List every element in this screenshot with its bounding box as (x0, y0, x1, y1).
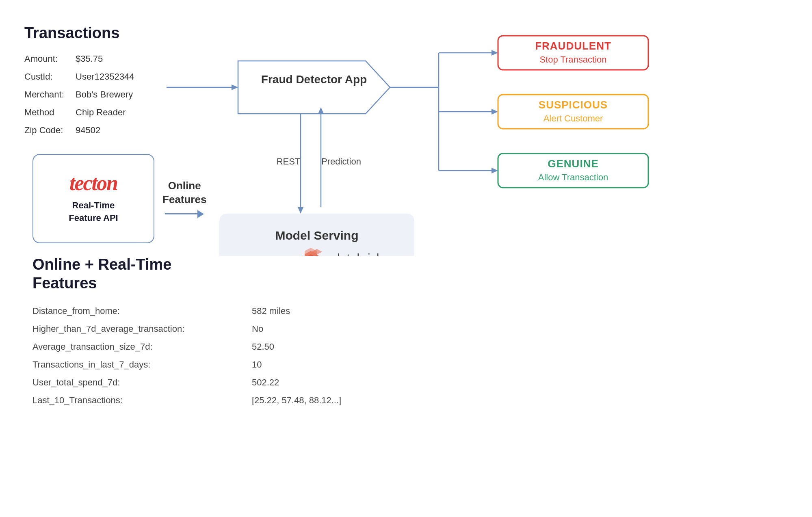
online-features-label: OnlineFeatures (162, 179, 206, 207)
suspicious-subtitle: Alert Customer (543, 113, 603, 123)
suspicious-title: SUSPICIOUS (539, 99, 608, 111)
bottom-flow-row: tecton Real-TimeFeature API OnlineFeatur… (24, 154, 788, 243)
feat-higher: Higher_than_7d_average_transaction: No (32, 320, 788, 338)
feat-spend: User_total_spend_7d: 502.22 (32, 374, 788, 392)
tecton-box: tecton Real-TimeFeature API (32, 154, 154, 243)
svg-marker-8 (492, 109, 498, 115)
tx-custid: CustId: User12352344 (24, 68, 162, 86)
transactions-title: Transactions (24, 24, 162, 42)
svg-marker-2 (238, 61, 390, 114)
tecton-subtitle: Real-TimeFeature API (69, 199, 118, 225)
svg-marker-6 (492, 50, 498, 56)
fraudulent-subtitle: Stop Transaction (539, 54, 606, 65)
feat-distance: Distance_from_home: 582 miles (32, 302, 788, 320)
fraudulent-title: FRAUDULENT (535, 40, 611, 52)
tecton-logo: tecton (69, 173, 117, 194)
features-table: Distance_from_home: 582 miles Higher_tha… (32, 302, 788, 409)
feat-last10: Last_10_Transactions: [25.22, 57.48, 88.… (32, 392, 788, 409)
online-features-connector: OnlineFeatures (154, 179, 214, 218)
tx-method: Method Chip Reader (24, 104, 162, 121)
tx-merchant: Merchant: Bob's Brewery (24, 86, 162, 104)
feat-avg-tx: Average_transaction_size_7d: 52.50 (32, 338, 788, 356)
tx-amount: Amount: $35.75 (24, 50, 162, 68)
feat-tx-count: Transactions_in_last_7_days: 10 (32, 356, 788, 374)
transactions-panel: Transactions Amount: $35.75 CustId: User… (24, 16, 162, 139)
features-title: Online + Real-TimeFeatures (32, 255, 788, 292)
fraud-app-label: Fraud Detector App (261, 73, 367, 86)
svg-marker-1 (232, 84, 238, 90)
transactions-table: Amount: $35.75 CustId: User12352344 Merc… (24, 50, 162, 139)
features-section: Online + Real-TimeFeatures Distance_from… (24, 255, 788, 409)
tx-zip: Zip Code: 94502 (24, 121, 162, 139)
